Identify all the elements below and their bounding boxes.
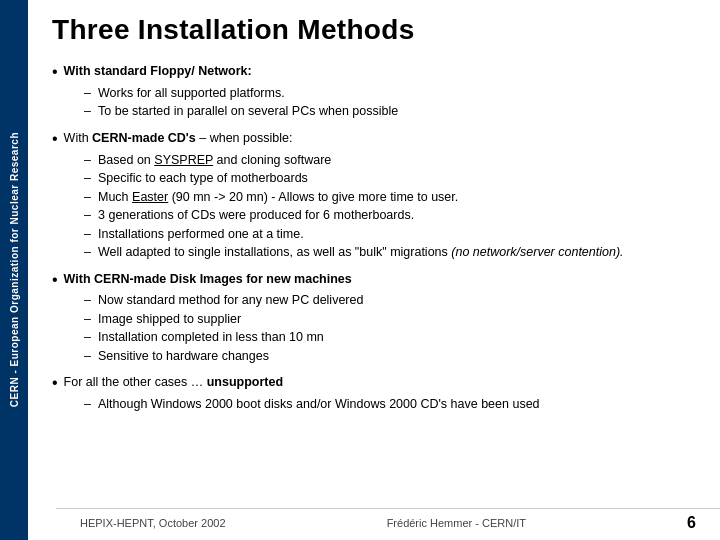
section-floppy: • With standard Floppy/ Network: Works f…: [52, 62, 696, 121]
list-item: Well adapted to single installations, as…: [84, 244, 696, 262]
list-item: Sensitive to hardware changes: [84, 348, 696, 366]
section-cerncd-title: With CERN-made CD's – when possible:: [64, 129, 293, 147]
list-item: To be started in parallel on several PCs…: [84, 103, 696, 121]
content-area: • With standard Floppy/ Network: Works f…: [52, 62, 696, 414]
section-floppy-bold: With standard Floppy/ Network:: [64, 64, 252, 78]
list-item: Based on SYSPREP and cloning software: [84, 152, 696, 170]
sidebar-text: CERN - European Organization for Nuclear…: [9, 132, 20, 407]
list-item: Although Windows 2000 boot disks and/or …: [84, 396, 696, 414]
section-floppy-list: Works for all supported platforms. To be…: [84, 85, 696, 121]
cerncd-bold: CERN-made CD's: [92, 131, 196, 145]
section-diskimages: • With CERN-made Disk Images for new mac…: [52, 270, 696, 366]
section-other-list: Although Windows 2000 boot disks and/or …: [84, 396, 696, 414]
section-other-header: • For all the other cases … unsupported: [52, 373, 696, 394]
sysprep-highlight: SYSPREP: [154, 153, 213, 167]
footer: HEPIX-HEPNT, October 2002 Frédéric Hemme…: [56, 508, 720, 532]
footer-left: HEPIX-HEPNT, October 2002: [80, 517, 226, 529]
diskimages-bold: With CERN-made Disk Images for new machi…: [64, 272, 352, 286]
list-item: Installations performed one at a time.: [84, 226, 696, 244]
section-cerncd-header: • With CERN-made CD's – when possible:: [52, 129, 696, 150]
main-content: Three Installation Methods • With standa…: [28, 0, 720, 540]
section-cerncd: • With CERN-made CD's – when possible: B…: [52, 129, 696, 262]
list-item: Specific to each type of motherboards: [84, 170, 696, 188]
section-other-title: For all the other cases … unsupported: [64, 373, 284, 391]
list-item: Installation completed in less than 10 m…: [84, 329, 696, 347]
footer-page-number: 6: [687, 514, 696, 532]
section-other: • For all the other cases … unsupported …: [52, 373, 696, 413]
section-cerncd-list: Based on SYSPREP and cloning software Sp…: [84, 152, 696, 262]
bullet-dot-2: •: [52, 129, 58, 150]
bullet-dot-1: •: [52, 62, 58, 83]
footer-center: Frédéric Hemmer - CERN/IT: [387, 517, 526, 529]
bullet-dot-3: •: [52, 270, 58, 291]
page-title: Three Installation Methods: [52, 14, 696, 46]
list-item: Now standard method for any new PC deliv…: [84, 292, 696, 310]
easter-text: Easter: [132, 190, 168, 204]
section-diskimages-title: With CERN-made Disk Images for new machi…: [64, 270, 352, 288]
section-diskimages-header: • With CERN-made Disk Images for new mac…: [52, 270, 696, 291]
sidebar: CERN - European Organization for Nuclear…: [0, 0, 28, 540]
list-item: 3 generations of CDs were produced for 6…: [84, 207, 696, 225]
section-floppy-header: • With standard Floppy/ Network:: [52, 62, 696, 83]
unsupported-bold: unsupported: [207, 375, 283, 389]
list-item: Works for all supported platforms.: [84, 85, 696, 103]
section-floppy-title: With standard Floppy/ Network:: [64, 62, 252, 80]
bullet-dot-4: •: [52, 373, 58, 394]
list-item: Much Easter (90 mn -> 20 mn) - Allows to…: [84, 189, 696, 207]
italic-text: (no network/server contention).: [451, 245, 623, 259]
section-diskimages-list: Now standard method for any new PC deliv…: [84, 292, 696, 365]
list-item: Image shipped to supplier: [84, 311, 696, 329]
